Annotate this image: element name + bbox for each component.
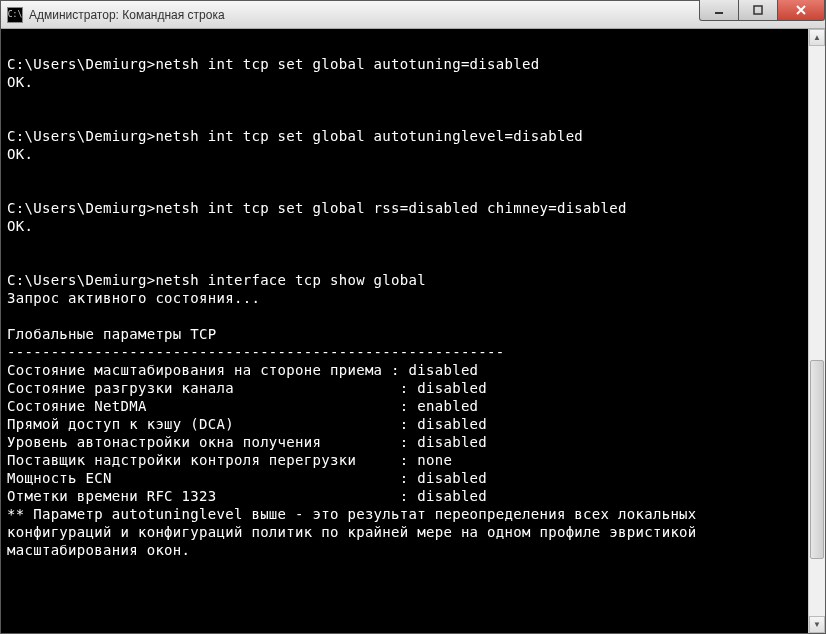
titlebar[interactable]: C:\ Администратор: Командная строка (1, 1, 825, 29)
terminal-area: C:\Users\Demiurg>netsh int tcp set globa… (1, 29, 825, 633)
scroll-down-button[interactable]: ▼ (809, 616, 825, 633)
minimize-button[interactable] (699, 0, 739, 21)
window-title: Администратор: Командная строка (29, 8, 225, 22)
scroll-track[interactable] (809, 46, 825, 616)
window-controls (700, 0, 825, 21)
close-button[interactable] (777, 0, 825, 21)
app-icon: C:\ (7, 7, 23, 23)
scroll-up-button[interactable]: ▲ (809, 29, 825, 46)
scrollbar[interactable]: ▲ ▼ (808, 29, 825, 633)
svg-rect-1 (754, 6, 762, 14)
terminal-output[interactable]: C:\Users\Demiurg>netsh int tcp set globa… (1, 29, 808, 633)
maximize-button[interactable] (738, 0, 778, 21)
console-window: C:\ Администратор: Командная строка C:\U… (0, 0, 826, 634)
svg-rect-0 (715, 12, 723, 14)
scroll-thumb[interactable] (810, 360, 824, 560)
